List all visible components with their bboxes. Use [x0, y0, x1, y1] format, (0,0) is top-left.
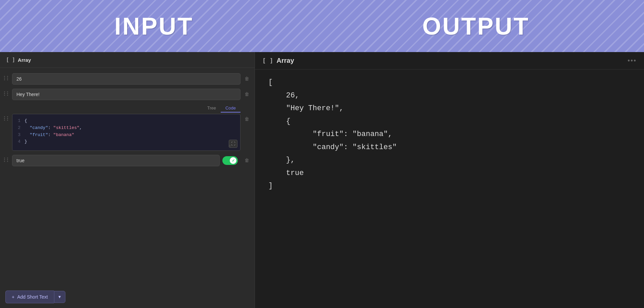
output-header-left: [ ] Array	[262, 57, 294, 64]
resize-handle[interactable]: ⠿	[228, 144, 231, 148]
output-line: ]	[268, 180, 631, 193]
output-line: {	[268, 115, 631, 128]
output-array-label: Array	[277, 57, 294, 64]
input-array-header: [ ] Array	[0, 52, 255, 68]
list-item: ✓ 🗑	[0, 153, 255, 168]
delete-button[interactable]: 🗑	[243, 73, 251, 84]
code-line: 1 {	[16, 118, 236, 125]
list-item: Tree Code 1 { 2 "candy": "skittles",	[0, 102, 255, 153]
output-line: [	[268, 76, 631, 89]
code-line: 4 }	[16, 138, 236, 145]
add-button-label: Add Short Text	[17, 294, 48, 300]
input-panel: [ ] Array 🗑	[0, 52, 255, 308]
output-array-icon: [ ]	[262, 57, 273, 64]
drag-handle[interactable]	[4, 155, 9, 162]
add-bar: + Add Short Text ▼	[0, 286, 255, 308]
toggle-check-icon: ✓	[232, 159, 235, 163]
header: INPUT OUTPUT	[0, 0, 644, 52]
output-line: "fruit": "banana",	[268, 128, 631, 141]
output-header: [ ] Array •••	[255, 52, 644, 70]
output-line: "candy": "skittles"	[268, 141, 631, 154]
output-title: OUTPUT	[422, 12, 530, 40]
delete-button[interactable]: 🗑	[243, 104, 251, 124]
add-short-text-button[interactable]: + Add Short Text	[5, 291, 54, 303]
output-line: "Hey There!",	[268, 102, 631, 115]
input-title: INPUT	[114, 12, 194, 40]
input-array-icon: [ ]	[6, 57, 15, 63]
plus-icon: +	[12, 294, 14, 300]
output-line: 26,	[268, 89, 631, 102]
boolean-item: ✓	[12, 155, 240, 166]
code-line: 2 "candy": "skittles",	[16, 125, 236, 132]
item-text-input[interactable]	[12, 73, 240, 85]
add-type-dropdown-button[interactable]: ▼	[54, 291, 65, 303]
tab-tree[interactable]: Tree	[203, 104, 221, 113]
drag-handle[interactable]	[4, 104, 9, 121]
output-body: [ 26, "Hey There!", { "fruit": "banana",…	[255, 70, 644, 308]
code-editor[interactable]: 1 { 2 "candy": "skittles", 3 "fruit": "b…	[12, 114, 240, 151]
code-line: 3 "fruit": "banana"	[16, 132, 236, 139]
code-tabs: Tree Code	[12, 104, 240, 113]
main-content: [ ] Array 🗑	[0, 52, 644, 308]
list-item: 🗑	[0, 87, 255, 102]
boolean-text-input[interactable]	[12, 155, 220, 166]
input-array-label: Array	[18, 57, 31, 63]
items-list: 🗑 🗑	[0, 68, 255, 286]
item-content	[12, 73, 240, 85]
list-item: 🗑	[0, 71, 255, 87]
drag-handle[interactable]	[4, 73, 9, 80]
tab-code[interactable]: Code	[221, 104, 240, 113]
code-item: Tree Code 1 { 2 "candy": "skittles",	[12, 104, 240, 151]
output-panel: [ ] Array ••• [ 26, "Hey There!", { "fru…	[255, 52, 644, 308]
output-line: true	[268, 167, 631, 180]
delete-button[interactable]: 🗑	[243, 155, 251, 166]
item-content	[12, 89, 240, 100]
chevron-down-icon: ▼	[58, 295, 62, 299]
item-text-input[interactable]	[12, 89, 240, 100]
delete-button[interactable]: 🗑	[243, 89, 251, 99]
more-options-icon[interactable]: •••	[628, 57, 637, 64]
toggle-switch[interactable]: ✓	[222, 156, 238, 165]
drag-handle[interactable]	[4, 89, 9, 96]
output-line: },	[268, 154, 631, 167]
